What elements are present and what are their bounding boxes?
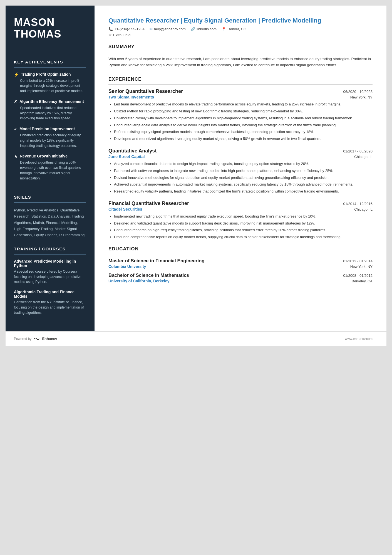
edu-school-row-2: University of California, Berkeley Berke…	[108, 279, 373, 283]
linkedin-icon: 🔗	[191, 27, 195, 31]
job-title-header: Quantitative Researcher | Equity Signal …	[108, 17, 373, 25]
bullet-1-2: Utilized Python for rapid prototyping an…	[114, 108, 373, 114]
bullet-2-5: Researched equity volatility patterns, l…	[114, 189, 373, 194]
achievement-desc-2: Spearheaded initiatives that reduced alg…	[14, 105, 86, 121]
location-contact: 📍 Denver, CO	[222, 27, 246, 31]
exp-company-1: Two Sigma Investments	[108, 95, 154, 99]
edu-school-2: University of California, Berkeley	[108, 279, 169, 283]
courses-title: TRAINING / COURSES	[14, 246, 86, 251]
exp-job-title-3: Financial Quantitative Researcher	[108, 201, 189, 206]
bullet-1-3: Collaborated closely with developers to …	[114, 115, 373, 121]
achievement-desc-3: Enhanced prediction accuracy of equity s…	[14, 133, 86, 148]
courses-divider	[14, 254, 86, 255]
bullet-2-3: Devised innovative methodologies for sig…	[114, 175, 373, 181]
exp-location-3: Chicago, IL	[354, 207, 373, 211]
exp-job-1: Senior Quantitative Researcher 06/2020 -…	[108, 88, 373, 142]
email-text: help@enhancv.com	[154, 27, 186, 31]
bullet-3-4: Produced comprehensive reports on equity…	[114, 234, 373, 240]
name-block: MASON THOMAS	[14, 17, 86, 40]
achievement-item-1: ⚡ Trading Profit Optimization Contribute…	[14, 72, 86, 94]
achievement-title-2: ✗ Algorithm Efficiency Enhancement	[14, 99, 86, 104]
linkedin-contact: 🔗 linkedin.com	[191, 27, 217, 31]
achievements-title: KEY ACHIEVEMENTS	[14, 60, 86, 64]
education-divider	[108, 254, 373, 254]
achievement-title-4: ★ Revenue Growth Initiative	[14, 154, 86, 159]
summary-title: SUMMARY	[108, 44, 373, 50]
enhancv-logo-icon	[34, 337, 40, 341]
footer-left: Powered by Enhancv	[14, 337, 57, 341]
education-title: EDUCATION	[108, 246, 373, 252]
exp-header-1: Senior Quantitative Researcher 06/2020 -…	[108, 88, 373, 94]
linkedin-text: linkedin.com	[197, 27, 217, 31]
summary-section: SUMMARY With over 5 years of experience …	[108, 44, 373, 68]
extra-text: Extra Field	[113, 33, 130, 37]
footer: Powered by Enhancv www.enhancv.com	[6, 331, 386, 346]
edu-header-1: Master of Science in Financial Engineeri…	[108, 258, 373, 264]
course-item-2: Algorithmic Trading and Finance Models C…	[14, 290, 86, 315]
exp-dates-2: 01/2017 - 05/2020	[343, 149, 373, 153]
edu-dates-1: 01/2012 - 01/2014	[343, 259, 373, 263]
summary-text: With over 5 years of experience in quant…	[108, 56, 373, 68]
exp-job-2: Quantitative Analyst 01/2017 - 05/2020 J…	[108, 148, 373, 194]
experience-divider	[108, 84, 373, 85]
course-item-1: Advanced Predictive Modelling in Python …	[14, 259, 86, 285]
enhancv-brand: Enhancv	[42, 337, 57, 341]
edu-school-1: Columbia University	[108, 264, 146, 269]
summary-divider	[108, 52, 373, 52]
course-desc-2: Certification from the NY Institute of F…	[14, 300, 86, 315]
phone-text: +1-(234)-555-1234	[114, 27, 145, 31]
skills-text: Python, Predictive Analytics, Quantitati…	[14, 207, 86, 238]
exp-company-3: Citadel Securities	[108, 207, 142, 211]
achievement-title-1: ⚡ Trading Profit Optimization	[14, 72, 86, 77]
footer-website: www.enhancv.com	[345, 337, 373, 341]
resume-wrapper: MASON THOMAS KEY ACHIEVEMENTS ⚡ Trading …	[6, 6, 386, 346]
exp-job-title-2: Quantitative Analyst	[108, 148, 157, 154]
edu-2: Bachelor of Science in Mathematics 01/20…	[108, 273, 373, 283]
achievements-divider	[14, 67, 86, 68]
bullet-1-6: Developed and monetized algorithms lever…	[114, 136, 373, 142]
edu-location-1: New York, NY	[350, 265, 373, 269]
location-text: Denver, CO	[227, 27, 246, 31]
courses-section: TRAINING / COURSES Advanced Predictive M…	[14, 238, 86, 320]
bullet-1-4: Conducted large-scale data analysis to d…	[114, 122, 373, 128]
exp-header-2: Quantitative Analyst 01/2017 - 05/2020	[108, 148, 373, 154]
bullet-2-4: Achieved substantial improvements in aut…	[114, 182, 373, 188]
powered-by-text: Powered by	[14, 337, 31, 341]
achievement-item-3: ✓ Model Precision Improvement Enhanced p…	[14, 127, 86, 148]
main-content: Quantitative Researcher | Equity Signal …	[95, 6, 386, 331]
exp-dates-1: 06/2020 - 10/2023	[343, 90, 373, 94]
bullet-3-3: Conducted research on high-frequency tra…	[114, 227, 373, 233]
achievement-icon-4: ★	[14, 154, 18, 159]
skills-title: SKILLS	[14, 195, 86, 199]
bullet-3-1: Implemented new trading algorithms that …	[114, 214, 373, 219]
edu-school-row-1: Columbia University New York, NY	[108, 264, 373, 269]
course-desc-1: A specialized course offered by Coursera…	[14, 269, 86, 285]
exp-dates-3: 01/2014 - 12/2016	[343, 202, 373, 206]
contact-row: 📞 +1-(234)-555-1234 ✉ help@enhancv.com 🔗…	[108, 27, 373, 31]
bullet-2-1: Analyzed complex financial datasets to d…	[114, 161, 373, 167]
experience-title: EXPERIENCE	[108, 77, 373, 82]
extra-row: ☆ Extra Field	[108, 33, 373, 37]
edu-1: Master of Science in Financial Engineeri…	[108, 258, 373, 269]
exp-location-2: Chicago, IL	[354, 155, 373, 159]
achievement-title-3: ✓ Model Precision Improvement	[14, 127, 86, 131]
sidebar: MASON THOMAS KEY ACHIEVEMENTS ⚡ Trading …	[6, 6, 95, 331]
achievement-desc-4: Developed algorithms driving a 50% reven…	[14, 160, 86, 181]
bullet-1-5: Refined existing equity signal generatio…	[114, 129, 373, 135]
course-title-1: Advanced Predictive Modelling in Python	[14, 259, 86, 268]
exp-bullets-3: Implemented new trading algorithms that …	[108, 214, 373, 240]
exp-job-3: Financial Quantitative Researcher 01/201…	[108, 201, 373, 240]
skills-divider	[14, 202, 86, 203]
phone-icon: 📞	[108, 27, 113, 31]
exp-bullets-2: Analyzed complex financial datasets to d…	[108, 161, 373, 194]
exp-company-2: Jane Street Capital	[108, 154, 145, 159]
exp-company-row-3: Citadel Securities Chicago, IL	[108, 207, 373, 211]
education-section: EDUCATION Master of Science in Financial…	[108, 246, 373, 283]
achievement-desc-1: Contributed to a 25% increase in profit …	[14, 78, 86, 94]
exp-location-1: New York, NY	[350, 95, 373, 99]
exp-job-title-1: Senior Quantitative Researcher	[108, 88, 183, 94]
achievement-icon-1: ⚡	[14, 72, 19, 77]
skills-section: SKILLS Python, Predictive Analytics, Qua…	[14, 186, 86, 238]
star-icon: ☆	[108, 33, 112, 37]
email-icon: ✉	[150, 27, 153, 31]
